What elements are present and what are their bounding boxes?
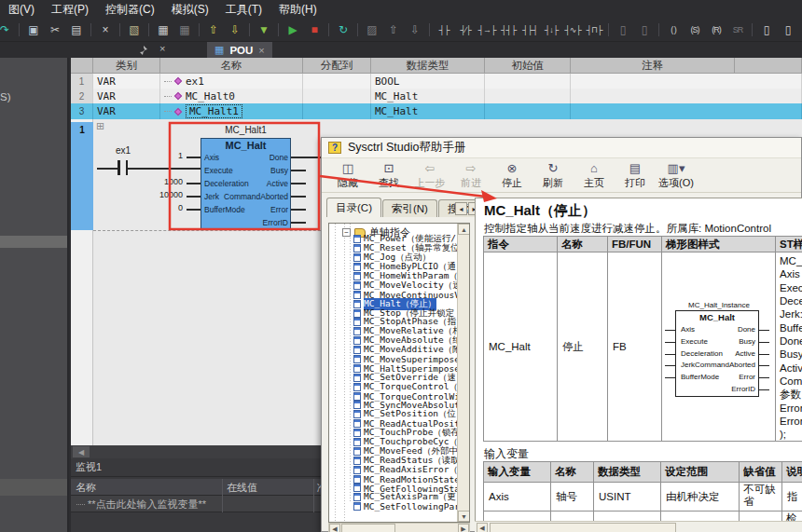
fb-instance-label[interactable]: MC_Halt1	[200, 125, 291, 135]
fb-output-pin[interactable]: Done	[200, 151, 288, 164]
rung-selection-bar[interactable]: 1	[71, 122, 93, 230]
toolbar-icon[interactable]: ▯	[779, 21, 797, 38]
scroll-left-icon[interactable]: ◀	[477, 523, 488, 532]
tab-pou[interactable]: ▦ POU ×	[207, 42, 272, 58]
toolbar-icon[interactable]: ▯	[614, 21, 632, 38]
toolbar-icon[interactable]: ▤	[67, 21, 86, 38]
help-toolbar-button[interactable]: ⊡ 查找	[368, 160, 409, 191]
menu-item[interactable]: 控制器(C)	[97, 2, 163, 18]
fb-input-value[interactable]: 10000	[140, 190, 183, 203]
fb-output-pin[interactable]: Busy	[200, 164, 288, 177]
help-toolbar-button[interactable]: ▥▾ 选项(O)	[656, 160, 697, 191]
toolbar-icon[interactable]: ▧	[125, 21, 144, 38]
watch-placeholder[interactable]: **点击此处输入监视变量**	[88, 498, 206, 512]
column-divider[interactable]	[313, 479, 314, 512]
help-toolbar-button[interactable]: ◫ 隐藏	[327, 160, 368, 191]
scroll-left-icon[interactable]: ◀	[73, 446, 90, 457]
fb-output-pin[interactable]: CommandAborted	[200, 190, 288, 203]
toolbar-icon[interactable]	[608, 23, 609, 36]
toolbar-icon[interactable]: ┤↓├	[542, 21, 560, 38]
menu-item[interactable]: 帮助(H)	[270, 2, 325, 18]
fb-input-value[interactable]: 0	[140, 203, 183, 216]
toolbar-icon[interactable]	[249, 23, 250, 36]
help-toolbar-button[interactable]: ↻ 刷新	[532, 160, 574, 191]
toolbar-icon[interactable]: ⇩	[406, 21, 424, 38]
toolbar-icon[interactable]: ↻	[334, 21, 353, 38]
scroll-down-icon[interactable]: ▼	[458, 511, 470, 522]
help-toolbar-button[interactable]: ⇨ 前进	[450, 160, 491, 191]
col-header-type[interactable]: 数据类型	[371, 58, 485, 74]
fb-input-value[interactable]: 1	[140, 151, 183, 164]
scroll-thumb[interactable]	[341, 524, 395, 532]
toolbar-icon[interactable]	[148, 23, 149, 36]
toolbar-icon[interactable]: ( )	[664, 21, 683, 38]
menu-item[interactable]: 工程(P)	[43, 2, 97, 18]
help-toolbar-button[interactable]: ⇦ 上一步	[409, 160, 450, 191]
tree-hscrollbar[interactable]: ◀ ▶	[328, 523, 470, 532]
toolbar-icon[interactable]: ▦	[154, 21, 173, 38]
toolbar-icon[interactable]: ┤├	[435, 21, 453, 38]
col-header-class[interactable]: 类别	[93, 58, 160, 74]
menu-item[interactable]: 图(V)	[0, 2, 43, 18]
tab-close-icon[interactable]: ×	[258, 45, 264, 56]
toolbar-icon[interactable]: (R)	[707, 21, 726, 38]
watch-col-name[interactable]: 名称	[76, 479, 96, 496]
toolbar-icon[interactable]: ┤├┤	[520, 21, 539, 38]
fb-output-pin[interactable]: Active	[200, 177, 288, 190]
toolbar-icon[interactable]	[278, 23, 279, 36]
col-header-assigned[interactable]: 分配到	[303, 58, 371, 74]
toolbar-icon[interactable]	[429, 23, 430, 36]
collapsed-panel-label[interactable]: S)	[0, 91, 11, 102]
toolbar-icon[interactable]: ⇩	[226, 21, 244, 38]
toolbar-icon[interactable]	[752, 23, 753, 36]
help-nav-tab[interactable]: 索引(N)	[382, 199, 437, 217]
fb-input-value[interactable]	[140, 164, 183, 177]
fb-output-pin[interactable]: ErrorID	[200, 216, 288, 229]
toolbar-icon[interactable]: ↷	[0, 21, 14, 38]
scroll-left-icon[interactable]: ◀	[329, 524, 340, 532]
toolbar-icon[interactable]: ▼	[255, 21, 273, 38]
toolbar-icon[interactable]: ▯	[635, 21, 654, 38]
fb-input-value[interactable]: 1000	[140, 177, 183, 190]
column-divider[interactable]	[222, 479, 223, 512]
help-nav-tab[interactable]: 目录(C)	[326, 198, 381, 217]
toolbar-icon[interactable]: ▶	[283, 21, 302, 38]
toolbar-icon[interactable]: ┤→├	[477, 21, 496, 38]
toolbar-icon[interactable]: ▣	[24, 21, 43, 38]
toolbar-icon[interactable]	[19, 23, 20, 36]
toolbar-icon[interactable]	[90, 23, 91, 36]
scroll-up-icon[interactable]: ▲	[458, 224, 470, 235]
topic-hscrollbar[interactable]: ◀	[475, 521, 802, 532]
toolbar-icon[interactable]: ┤┤├	[499, 21, 518, 38]
collapse-icon[interactable]: −	[342, 228, 351, 237]
toolbar-icon[interactable]	[119, 23, 120, 36]
toolbar-icon[interactable]	[328, 23, 329, 36]
col-header-init[interactable]: 初始值	[485, 58, 571, 74]
toolbar-icon[interactable]	[199, 23, 200, 36]
tab-scroll-left-icon[interactable]: ◂	[455, 202, 467, 215]
toolbar-icon[interactable]: SR	[728, 21, 747, 38]
contact-label[interactable]: ex1	[104, 145, 142, 156]
toolbar-icon[interactable]: ▯	[757, 21, 776, 38]
toolbar-icon[interactable]: ✂	[46, 21, 64, 38]
help-title-bar[interactable]: ? Sysctrl Studio帮助手册	[322, 138, 801, 158]
toolbar-icon[interactable]: ┤⊓├	[585, 21, 603, 38]
menu-item[interactable]: 工具(T)	[217, 2, 270, 18]
toolbar-icon[interactable]: (S)	[685, 21, 704, 38]
toolbar-icon[interactable]: ┤∿├	[563, 21, 582, 38]
toolbar-icon[interactable]: ⇧	[204, 21, 223, 38]
scroll-right-icon[interactable]: ▶	[458, 524, 469, 532]
tree-vscrollbar[interactable]: ▲ ▼	[457, 224, 469, 522]
grid-cell-icon[interactable]: ⊞	[96, 120, 104, 132]
fb-output-pin[interactable]: Error	[200, 203, 288, 216]
toolbar-icon[interactable]: ⇧	[384, 21, 403, 38]
help-toolbar-button[interactable]: ▤ 打印	[615, 160, 656, 191]
toolbar-icon[interactable]: ▨	[363, 21, 381, 38]
tree-item[interactable]: MC_SetFollowingPar	[353, 502, 470, 512]
toolbar-icon[interactable]: ┤∕├	[456, 21, 475, 38]
toolbar-icon[interactable]: ×	[96, 21, 115, 38]
toolbar-icon[interactable]	[357, 23, 358, 36]
toolbar-icon[interactable]: ■	[305, 21, 324, 38]
scroll-thumb[interactable]	[490, 523, 676, 532]
col-header-name[interactable]: 名称	[160, 58, 303, 74]
